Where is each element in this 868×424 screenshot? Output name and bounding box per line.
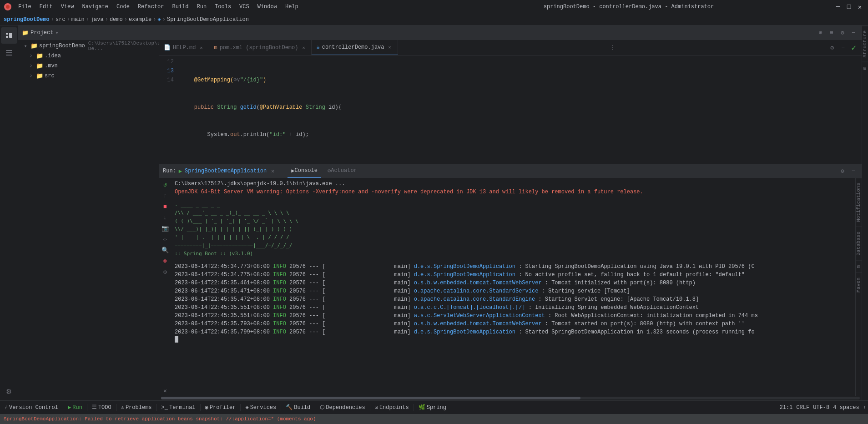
tabs-overflow[interactable]: ⋮ xyxy=(607,44,618,51)
breadcrumb-item-5[interactable]: example xyxy=(129,16,151,23)
editor-minimize-button[interactable]: − xyxy=(838,43,848,52)
menu-vcs[interactable]: VCS xyxy=(236,3,253,11)
scroll-down-button[interactable]: ↓ xyxy=(160,212,170,222)
locate-file-button[interactable]: ⊕ xyxy=(816,28,825,37)
svg-rect-7 xyxy=(6,55,12,56)
menu-build[interactable]: Build xyxy=(168,3,192,11)
tree-root-label: springBootDemo xyxy=(39,43,85,49)
right-tab-database[interactable]: Database xyxy=(856,227,862,260)
menu-run[interactable]: Run xyxy=(193,3,210,11)
endpoints-label: Endpoints xyxy=(379,404,409,411)
menu-help[interactable]: Help xyxy=(282,3,302,11)
breadcrumb-item-0[interactable]: springBootDemo xyxy=(4,16,50,23)
project-panel-title[interactable]: 📁 Project ▾ xyxy=(22,30,59,36)
menu-window[interactable]: Window xyxy=(254,3,281,11)
run-minimize-button[interactable]: − xyxy=(849,167,858,176)
scroll-up-button[interactable]: ↑ xyxy=(160,191,170,201)
bottom-todo[interactable]: ☰ TODO xyxy=(89,403,114,412)
run-tab-actuator[interactable]: ⚙ Actuator xyxy=(324,164,361,178)
camera-button[interactable]: 📷 xyxy=(160,223,170,233)
title-bar: File Edit View Navigate Code Refactor Bu… xyxy=(0,0,868,14)
code-editor[interactable]: 12 13 14 @GetMapping(⊙∨"/{id}") public S… xyxy=(159,56,862,164)
settings-button-run[interactable]: ⚙ xyxy=(160,267,170,277)
breadcrumb-item-4[interactable]: demo xyxy=(110,16,123,23)
breadcrumb-item-6[interactable]: ◈ xyxy=(158,16,161,23)
tab-controller-label: controllerDemo.java xyxy=(322,44,384,50)
right-tab-maven[interactable]: Maven xyxy=(856,273,862,297)
clear-button[interactable]: ⊗ xyxy=(160,256,170,266)
tab-controller-close[interactable]: ✕ xyxy=(387,44,393,50)
run-settings-button[interactable]: ⚙ xyxy=(838,167,847,176)
indent-indicator[interactable]: 4 spaces xyxy=(833,404,859,411)
breadcrumb-item-2[interactable]: main xyxy=(71,16,85,23)
bottom-run[interactable]: ▶ Run xyxy=(65,403,85,412)
tab-help-md[interactable]: 📄 HELP.md ✕ xyxy=(159,40,209,56)
stop-button[interactable]: ■ xyxy=(160,202,170,212)
close-run-panel-button[interactable]: ✕ xyxy=(160,386,170,396)
menu-refactor[interactable]: Refactor xyxy=(134,3,168,11)
menu-code[interactable]: Code xyxy=(113,3,133,11)
bottom-dependencies[interactable]: ⬡ Dependencies xyxy=(317,403,368,412)
folder-icon-src: 📁 xyxy=(36,72,43,80)
run-tab-console[interactable]: ▶ Console xyxy=(288,164,321,178)
minimize-button[interactable]: ─ xyxy=(833,2,843,11)
menu-file[interactable]: File xyxy=(15,3,35,11)
expand-icon: ▾ xyxy=(22,42,29,50)
rerun-button[interactable]: ↺ xyxy=(160,180,170,190)
position-indicator[interactable]: 21:1 xyxy=(780,404,793,411)
console-area[interactable]: C:\Users\17512\.jdks\openjdk-19.0.1\bin\… xyxy=(171,178,855,396)
checkmark-icon: ✓ xyxy=(851,43,862,53)
tab-pom-close[interactable]: ✕ xyxy=(300,45,307,51)
horizontal-scrollbar[interactable] xyxy=(159,396,862,400)
structure-tab[interactable]: Structure xyxy=(862,25,868,62)
maximize-button[interactable]: □ xyxy=(844,2,853,11)
tab-help-close[interactable]: ✕ xyxy=(198,45,204,51)
breadcrumb-item-7[interactable]: SpringBootDemoApplication xyxy=(167,16,249,23)
panel-options-button[interactable]: ⚙ xyxy=(838,28,847,37)
bottom-services[interactable]: ◈ Services xyxy=(242,403,279,412)
tab-controller-demo[interactable]: ☕ controllerDemo.java ✕ xyxy=(312,40,398,56)
encoding-indicator[interactable]: UTF-8 xyxy=(813,404,829,411)
tree-item-src[interactable]: › 📁 src xyxy=(18,71,159,81)
spring-icon: 🌿 xyxy=(419,404,425,411)
dependencies-icon: ⬡ xyxy=(320,404,324,411)
panel-close-button[interactable]: − xyxy=(849,28,858,37)
bottom-problems[interactable]: ⚠ Problems xyxy=(118,403,155,412)
menu-view[interactable]: View xyxy=(57,3,78,11)
scrollbar-thumb[interactable] xyxy=(161,397,580,399)
run-config-close[interactable]: ✕ xyxy=(271,168,274,175)
breadcrumb-item-1[interactable]: src xyxy=(56,16,66,23)
bottom-version-control[interactable]: ⑃ Version Control xyxy=(2,404,61,412)
line-ending-indicator[interactable]: CRLF xyxy=(796,404,809,411)
filter-button[interactable]: 🔍 xyxy=(160,245,170,255)
menu-edit[interactable]: Edit xyxy=(36,3,56,11)
menu-bar: File Edit View Navigate Code Refactor Bu… xyxy=(15,3,424,11)
editor-settings-button[interactable]: ⚙ xyxy=(828,43,837,52)
tab-pom-label: pom.xml (springBootDemo) xyxy=(220,45,298,51)
bottom-profiler[interactable]: ◉ Profiler xyxy=(202,403,239,412)
tree-item-mvn[interactable]: › 📁 .mvn xyxy=(18,61,159,71)
sidebar-structure-icon[interactable] xyxy=(1,45,17,61)
maven-tab[interactable]: m xyxy=(862,62,868,75)
wrap-button[interactable]: ⇔ xyxy=(160,234,170,244)
right-tab-m[interactable]: m xyxy=(856,260,862,273)
sidebar-settings-icon[interactable]: ⚙ xyxy=(1,383,17,399)
bottom-terminal[interactable]: >_ Terminal xyxy=(159,404,198,412)
breadcrumb-item-3[interactable]: java xyxy=(91,16,104,23)
svg-rect-3 xyxy=(6,36,8,38)
tab-pom-xml[interactable]: m pom.xml (springBootDemo) ✕ xyxy=(209,40,312,56)
close-button[interactable]: ✕ xyxy=(855,2,864,11)
right-tab-notifications[interactable]: Notifications xyxy=(856,178,862,227)
bottom-spring[interactable]: 🌿 Spring xyxy=(416,403,449,412)
collapse-all-button[interactable]: ≡ xyxy=(827,28,836,37)
run-label: Run xyxy=(72,404,82,411)
window-title: springBootDemo - controllerDemo.java - A… xyxy=(424,4,833,10)
bottom-endpoints[interactable]: ⊡ Endpoints xyxy=(372,403,412,412)
code-content[interactable]: @GetMapping(⊙∨"/{id}") public String get… xyxy=(177,56,862,164)
tree-item-root[interactable]: ▾ 📁 springBootDemo C:\Users\17512\Deskto… xyxy=(18,41,159,51)
tree-item-idea[interactable]: › 📁 .idea xyxy=(18,51,159,61)
sidebar-project-icon[interactable] xyxy=(1,27,17,44)
menu-tools[interactable]: Tools xyxy=(211,3,235,11)
bottom-build[interactable]: 🔨 Build xyxy=(283,403,313,412)
menu-navigate[interactable]: Navigate xyxy=(78,3,112,11)
